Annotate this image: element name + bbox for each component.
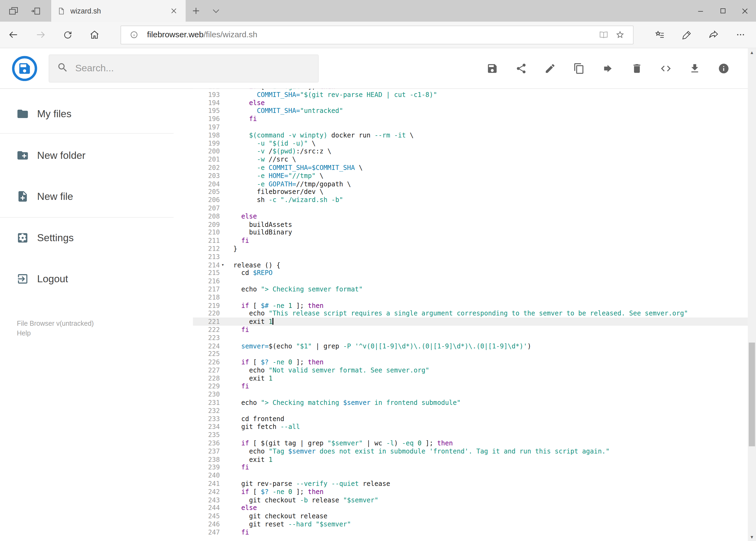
back-button[interactable] [0,21,27,48]
code-line[interactable]: 247 fi [193,528,756,536]
fold-arrow-icon[interactable]: ▾ [220,261,233,269]
code-line[interactable]: 237 echo "Tag $semver does not exist in … [193,447,756,455]
code-line[interactable]: 203 -e HOME="//tmp" \ [193,172,756,180]
code-line[interactable]: 234 git fetch --all [193,423,756,431]
code-line[interactable]: 206 sh -c "./wizard.sh -b" [193,196,756,204]
code-line[interactable]: 215 cd $REPO [193,269,756,277]
code-line[interactable]: 235 [193,431,756,439]
code-line[interactable]: 222 fi [193,326,756,334]
code-line[interactable]: 198 $(command -v winpty) docker run --rm… [193,131,756,139]
code-line[interactable]: 193 COMMIT_SHA="$(git rev-parse HEAD | c… [193,91,756,99]
code-line[interactable]: 220 echo "This release script requires a… [193,309,756,317]
sidebar-item-settings[interactable]: Settings [0,222,173,254]
code-line[interactable]: 204 -e GOPATH=//tmp/gopath \ [193,180,756,188]
code-line[interactable]: 211 fi [193,237,756,245]
code-line[interactable]: 201 -w //src \ [193,156,756,164]
page-scrollbar[interactable]: ▲ ▼ [748,48,756,541]
code-line[interactable]: 209 buildAssets [193,221,756,229]
code-line[interactable]: 210 buildBinary [193,229,756,237]
share-icon[interactable] [700,21,727,48]
add-favorite-star-icon[interactable] [612,26,629,43]
home-button[interactable] [81,21,108,48]
code-line[interactable]: 219 if [ $# -ne 1 ]; then [193,301,756,309]
code-line[interactable]: 216 [193,277,756,285]
code-line[interactable]: 227 echo "Not valid semver format. See s… [193,366,756,374]
download-icon[interactable] [689,62,701,74]
tabs-set-aside-icon[interactable] [6,4,21,18]
help-link[interactable]: Help [17,328,94,338]
code-line[interactable]: 212} [193,245,756,253]
code-line[interactable]: 225 [193,350,756,358]
scrollbar-up-icon[interactable]: ▲ [748,48,756,56]
browser-tab[interactable]: wizard.sh [51,0,186,22]
code-line[interactable]: 202 -e COMMIT_SHA=$COMMIT_SHA \ [193,164,756,172]
code-line[interactable]: 242 if [ $? -ne 0 ]; then [193,488,756,496]
code-line[interactable]: 226 if [ $? -ne 0 ]; then [193,358,756,366]
code-line[interactable]: 205 filebrowser/dev \ [193,188,756,196]
code-line[interactable]: 232 [193,407,756,415]
search-box[interactable] [49,54,319,82]
code-line[interactable]: 199 -u "$(id -u)" \ [193,139,756,148]
code-line[interactable]: 194 else [193,99,756,107]
code-line[interactable]: 207 [193,204,756,212]
info-icon[interactable] [718,62,730,74]
code-line[interactable]: 246 git reset --hard "$semver" [193,520,756,528]
copy-icon[interactable] [573,62,585,74]
share-file-icon[interactable] [516,62,527,74]
window-maximize-button[interactable] [712,0,734,22]
code-line[interactable]: 197 [193,123,756,131]
sidebar-item-new-folder[interactable]: New folder [0,139,173,171]
code-line[interactable]: 230 [193,390,756,399]
new-tab-button[interactable] [186,0,206,22]
code-line[interactable]: 224 semver=$(echo "$1" | grep -P '^v(0|[… [193,342,756,350]
code-line[interactable]: 195 COMMIT_SHA="untracked" [193,107,756,115]
sidebar-item-new-file[interactable]: New file [0,181,173,212]
delete-trash-icon[interactable] [631,62,642,74]
code-line[interactable]: 245 git checkout release [193,512,756,520]
rename-pencil-icon[interactable] [544,62,556,74]
code-line[interactable]: 192 if [ -d ".git" ]; then [193,89,756,91]
code-line[interactable]: 196 fi [193,115,756,123]
scrollbar-down-icon[interactable]: ▼ [748,533,756,541]
site-info-icon[interactable] [126,26,142,43]
code-line[interactable]: 213 [193,253,756,261]
search-input[interactable] [75,63,311,74]
web-note-pen-icon[interactable] [673,21,700,48]
code-line[interactable]: 236 if [ $(git tag | grep "$semver" | wc… [193,439,756,447]
code-line[interactable]: 223 [193,334,756,342]
code-line[interactable]: 228 exit 1 [193,374,756,382]
sidebar-item-my-files[interactable]: My files [0,98,173,130]
sidebar-item-logout[interactable]: Logout [0,263,173,295]
window-close-button[interactable] [734,0,756,22]
hub-favorites-icon[interactable] [646,21,673,48]
tabs-preview-panel-icon[interactable] [28,4,43,18]
code-line[interactable]: 241 git rev-parse --verify --quiet relea… [193,480,756,488]
code-line[interactable]: 200 -v /$(pwd):/src:z \ [193,148,756,156]
code-line[interactable]: 208 else [193,212,756,221]
move-icon[interactable] [602,62,614,74]
code-line[interactable]: 214▾release () { [193,261,756,269]
window-minimize-button[interactable] [689,0,711,22]
refresh-button[interactable] [54,21,81,48]
code-line[interactable]: 238 exit 1 [193,455,756,463]
forward-button[interactable] [27,21,54,48]
code-line[interactable]: 231 echo "> Checking matching $semver in… [193,399,756,407]
more-menu-icon[interactable] [727,21,754,48]
code-line[interactable]: 218 [193,293,756,301]
code-line[interactable]: 240 [193,472,756,480]
code-line[interactable]: 244 else [193,504,756,512]
address-bar[interactable]: filebrowser.web/files/wizard.sh [121,25,634,44]
tab-preview-chevron-icon[interactable] [206,0,226,22]
code-line[interactable]: 243 git checkout -b release "$semver" [193,496,756,504]
tab-close-icon[interactable] [166,4,181,18]
filebrowser-logo[interactable] [12,55,38,81]
reading-view-icon[interactable] [596,26,612,43]
code-editor[interactable]: 192 if [ -d ".git" ]; then193 COMMIT_SHA… [193,89,756,541]
source-code-icon[interactable] [660,62,672,74]
code-line[interactable]: 239 fi [193,463,756,472]
code-line[interactable]: 221 exit 1 [193,317,756,326]
save-icon[interactable] [486,62,498,74]
scrollbar-thumb[interactable] [749,342,755,446]
code-line[interactable]: 233 cd frontend [193,415,756,423]
code-line[interactable]: 217 echo "> Checking semver format" [193,285,756,293]
